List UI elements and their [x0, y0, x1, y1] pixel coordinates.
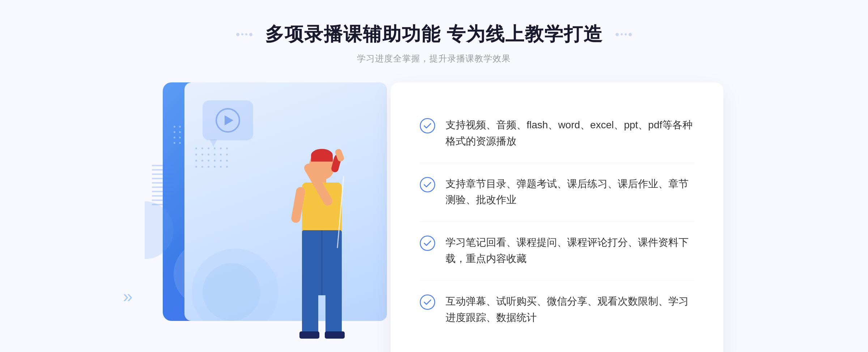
dot — [236, 33, 239, 36]
dot — [249, 33, 252, 36]
svg-point-0 — [420, 119, 435, 133]
check-icon-2 — [420, 177, 435, 193]
figure-hair — [311, 149, 333, 162]
dot — [245, 33, 247, 35]
figure-leg-right — [326, 288, 342, 335]
svg-point-1 — [420, 177, 435, 192]
feature-text-4: 互动弹幕、试听购买、微信分享、观看次数限制、学习进度跟踪、数据统计 — [446, 293, 694, 326]
check-icon-3 — [420, 235, 435, 251]
main-content: 《《 — [145, 82, 723, 352]
striped-rect-decoration — [152, 162, 174, 205]
figure-leg-left — [302, 288, 318, 335]
page-subtitle: 学习进度全掌握，提升录播课教学效果 — [236, 53, 632, 64]
header-dots-left — [236, 33, 252, 36]
dot — [616, 33, 619, 36]
features-card: 支持视频、音频、flash、word、excel、ppt、pdf等各种格式的资源… — [391, 82, 723, 352]
speech-bubble — [203, 100, 253, 140]
dot — [241, 33, 243, 35]
left-chevron-decoration: » — [123, 286, 133, 306]
svg-point-3 — [420, 295, 435, 309]
play-button-area — [203, 100, 253, 140]
figure-shoe-right — [325, 331, 345, 339]
dot — [621, 33, 623, 35]
check-icon-4 — [420, 294, 435, 310]
person-figure — [271, 143, 373, 352]
page-container: 多项录播课辅助功能 专为线上教学打造 学习进度全掌握，提升录播课教学效果 — [0, 0, 868, 352]
feature-item-2: 支持章节目录、弹题考试、课后练习、课后作业、章节测验、批改作业 — [420, 163, 694, 222]
svg-point-2 — [420, 236, 435, 250]
dot — [629, 33, 632, 36]
play-triangle-icon — [225, 115, 233, 125]
play-circle — [216, 108, 240, 133]
bottom-circle-deco-2 — [203, 263, 260, 321]
header-decoration: 多项录播课辅助功能 专为线上教学打造 — [236, 22, 632, 47]
figure-pants — [302, 230, 342, 295]
page-title: 多项录播课辅助功能 专为线上教学打造 — [265, 22, 603, 47]
feature-text-2: 支持章节目录、弹题考试、课后练习、课后作业、章节测验、批改作业 — [446, 176, 694, 209]
feature-item-4: 互动弹幕、试听购买、微信分享、观看次数限制、学习进度跟踪、数据统计 — [420, 280, 694, 339]
dot — [625, 33, 627, 35]
feature-text-1: 支持视频、音频、flash、word、excel、ppt、pdf等各种格式的资源… — [446, 117, 694, 150]
illustration-area: 《《 — [145, 82, 398, 352]
feature-text-3: 学习笔记回看、课程提问、课程评论打分、课件资料下载，重点内容收藏 — [446, 235, 694, 267]
feature-item-3: 学习笔记回看、课程提问、课程评论打分、课件资料下载，重点内容收藏 — [420, 222, 694, 280]
header-dots-right — [616, 33, 632, 36]
header-section: 多项录播课辅助功能 专为线上教学打造 学习进度全掌握，提升录播课教学效果 — [236, 22, 632, 64]
check-icon-1 — [420, 118, 435, 134]
pants-crease — [321, 230, 323, 295]
dot-grid-light — [195, 147, 228, 168]
figure-shoe-left — [299, 331, 319, 339]
bubble-tail — [210, 139, 217, 147]
feature-item-1: 支持视频、音频、flash、word、excel、ppt、pdf等各种格式的资源… — [420, 104, 694, 163]
